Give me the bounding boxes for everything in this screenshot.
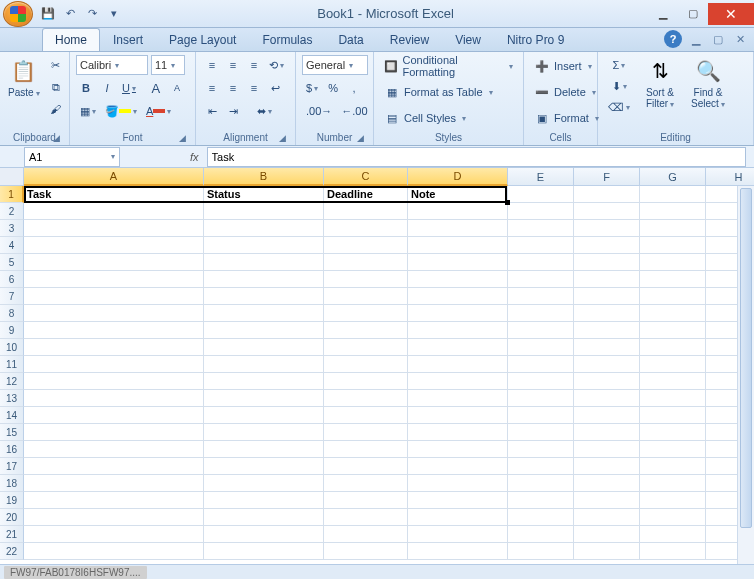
number-launcher-icon[interactable]: ◢	[354, 131, 367, 144]
comma-button[interactable]: ,	[344, 78, 364, 98]
cell-B17[interactable]	[204, 458, 324, 475]
align-left-button[interactable]: ≡	[202, 78, 222, 98]
fill-button[interactable]: ⬇▾	[604, 76, 634, 96]
cell-C18[interactable]	[324, 475, 408, 492]
cell-E13[interactable]	[508, 390, 574, 407]
cell-B20[interactable]	[204, 509, 324, 526]
office-button[interactable]	[3, 1, 33, 27]
tab-review[interactable]: Review	[377, 28, 442, 51]
wrap-text-button[interactable]: ↩	[265, 78, 285, 98]
cell-A15[interactable]	[24, 424, 204, 441]
font-name-combo[interactable]: Calibri▾	[76, 55, 148, 75]
select-all-button[interactable]	[0, 168, 24, 186]
align-center-button[interactable]: ≡	[223, 78, 243, 98]
cell-F7[interactable]	[574, 288, 640, 305]
cell-B21[interactable]	[204, 526, 324, 543]
cell-D17[interactable]	[408, 458, 508, 475]
cell-F14[interactable]	[574, 407, 640, 424]
cell-B12[interactable]	[204, 373, 324, 390]
cell-D19[interactable]	[408, 492, 508, 509]
font-launcher-icon[interactable]: ◢	[176, 131, 189, 144]
cell-G10[interactable]	[640, 339, 706, 356]
cell-C15[interactable]	[324, 424, 408, 441]
copy-icon[interactable]: ⧉	[46, 77, 66, 97]
cell-styles-button[interactable]: ▤Cell Styles▾	[380, 107, 470, 129]
cell-F19[interactable]	[574, 492, 640, 509]
row-header-14[interactable]: 14	[0, 407, 24, 424]
cell-F12[interactable]	[574, 373, 640, 390]
cell-C7[interactable]	[324, 288, 408, 305]
cell-B14[interactable]	[204, 407, 324, 424]
cell-E4[interactable]	[508, 237, 574, 254]
cell-F4[interactable]	[574, 237, 640, 254]
cell-B18[interactable]	[204, 475, 324, 492]
cell-F11[interactable]	[574, 356, 640, 373]
cell-C13[interactable]	[324, 390, 408, 407]
column-header-A[interactable]: A	[24, 168, 204, 186]
cell-D10[interactable]	[408, 339, 508, 356]
cell-C17[interactable]	[324, 458, 408, 475]
row-header-4[interactable]: 4	[0, 237, 24, 254]
format-as-table-button[interactable]: ▦Format as Table▾	[380, 81, 497, 103]
cell-B3[interactable]	[204, 220, 324, 237]
cell-A16[interactable]	[24, 441, 204, 458]
fx-icon[interactable]: fx	[190, 151, 199, 163]
cell-G15[interactable]	[640, 424, 706, 441]
cell-G22[interactable]	[640, 543, 706, 560]
cell-D12[interactable]	[408, 373, 508, 390]
tab-view[interactable]: View	[442, 28, 494, 51]
cell-C9[interactable]	[324, 322, 408, 339]
cell-F21[interactable]	[574, 526, 640, 543]
underline-button[interactable]: U▾	[118, 78, 140, 98]
cell-D11[interactable]	[408, 356, 508, 373]
cell-F16[interactable]	[574, 441, 640, 458]
column-header-G[interactable]: G	[640, 168, 706, 186]
cell-B2[interactable]	[204, 203, 324, 220]
bold-button[interactable]: B	[76, 78, 96, 98]
cell-G13[interactable]	[640, 390, 706, 407]
row-header-5[interactable]: 5	[0, 254, 24, 271]
qat-customize-icon[interactable]: ▾	[105, 5, 123, 23]
font-color-button[interactable]: A▾	[142, 101, 175, 121]
cell-E14[interactable]	[508, 407, 574, 424]
cell-E7[interactable]	[508, 288, 574, 305]
cell-G14[interactable]	[640, 407, 706, 424]
row-header-19[interactable]: 19	[0, 492, 24, 509]
cell-B19[interactable]	[204, 492, 324, 509]
cell-G1[interactable]	[640, 186, 706, 203]
cell-E20[interactable]	[508, 509, 574, 526]
cell-E2[interactable]	[508, 203, 574, 220]
increase-decimal-button[interactable]: .00→	[302, 101, 336, 121]
cell-D15[interactable]	[408, 424, 508, 441]
cell-C11[interactable]	[324, 356, 408, 373]
cell-G12[interactable]	[640, 373, 706, 390]
merge-center-button[interactable]: ⬌▾	[244, 101, 284, 121]
cell-C22[interactable]	[324, 543, 408, 560]
accounting-button[interactable]: $▾	[302, 78, 322, 98]
cell-B10[interactable]	[204, 339, 324, 356]
formula-input[interactable]	[207, 147, 746, 167]
cell-A4[interactable]	[24, 237, 204, 254]
cell-B1[interactable]: Status	[204, 186, 324, 203]
cell-E3[interactable]	[508, 220, 574, 237]
row-header-12[interactable]: 12	[0, 373, 24, 390]
vertical-scrollbar[interactable]	[737, 186, 754, 564]
cell-A12[interactable]	[24, 373, 204, 390]
cut-icon[interactable]: ✂	[46, 55, 66, 75]
cell-C1[interactable]: Deadline	[324, 186, 408, 203]
cell-A10[interactable]	[24, 339, 204, 356]
cell-C5[interactable]	[324, 254, 408, 271]
increase-indent-button[interactable]: ⇥	[223, 101, 243, 121]
mdi-close-icon[interactable]: ✕	[732, 31, 748, 47]
cell-G6[interactable]	[640, 271, 706, 288]
cell-D9[interactable]	[408, 322, 508, 339]
cell-F3[interactable]	[574, 220, 640, 237]
cell-F5[interactable]	[574, 254, 640, 271]
format-cells-button[interactable]: ▣Format▾	[530, 107, 603, 129]
cell-F9[interactable]	[574, 322, 640, 339]
cell-C6[interactable]	[324, 271, 408, 288]
cell-C2[interactable]	[324, 203, 408, 220]
cell-D4[interactable]	[408, 237, 508, 254]
row-header-20[interactable]: 20	[0, 509, 24, 526]
cell-A17[interactable]	[24, 458, 204, 475]
